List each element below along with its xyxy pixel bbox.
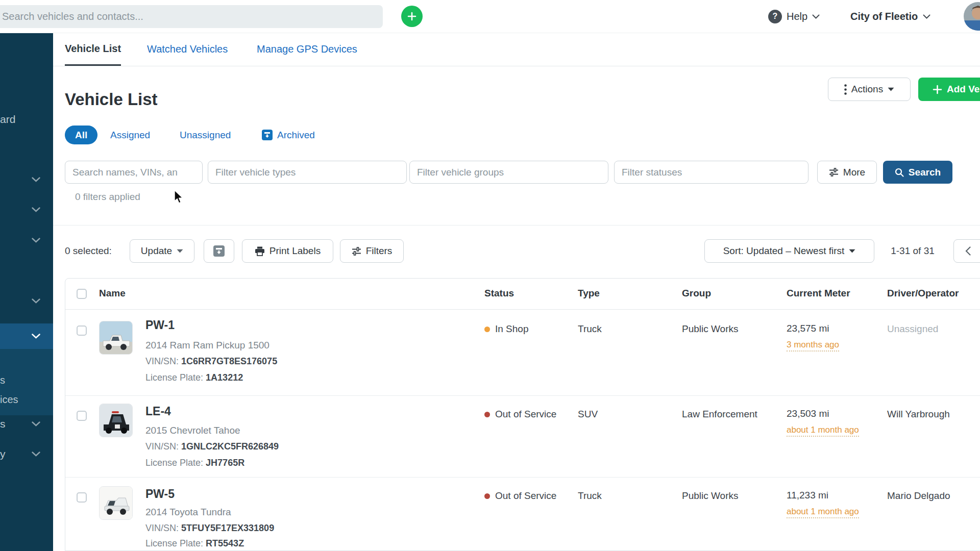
vin-value: 1GNLC2KC5FR626849 — [181, 441, 279, 452]
row-checkbox[interactable] — [77, 325, 87, 336]
table-row[interactable]: PW-1 2014 Ram Ram Pickup 1500 VIN/SN: 1C… — [65, 309, 980, 396]
vehicle-vin: VIN/SN: 1GNLC2KC5FR626849 — [145, 441, 279, 452]
scope-archived[interactable]: Archived — [262, 126, 315, 144]
global-search-input[interactable] — [0, 5, 383, 28]
column-header-type: Type — [578, 288, 600, 299]
main-content: Vehicle List Watched Vehicles Manage GPS… — [53, 33, 980, 551]
filters-applied-text: 0 filters applied — [75, 191, 140, 203]
account-menu[interactable]: City of Fleetio — [850, 0, 930, 33]
filter-vehicle-groups-input[interactable] — [409, 161, 608, 184]
column-header-current-meter: Current Meter — [787, 288, 850, 299]
sidebar-subitem[interactable]: s — [0, 374, 5, 386]
chevron-down-icon[interactable] — [32, 298, 40, 304]
vehicle-thumbnail — [99, 404, 133, 437]
avatar[interactable] — [964, 2, 980, 31]
meter-updated-link[interactable]: about 1 month ago — [787, 425, 859, 437]
sort-label: Sort: Updated – Newest first — [723, 245, 845, 257]
chevron-down-icon — [32, 334, 40, 339]
vehicle-thumbnail — [99, 321, 133, 355]
plus-icon — [933, 85, 942, 94]
scope-unassigned[interactable]: Unassigned — [180, 126, 231, 144]
vehicle-name[interactable]: PW-1 — [145, 318, 175, 332]
vehicle-vin: VIN/SN: 5TFUY5F17EX331809 — [145, 523, 274, 534]
table-header-row: Name Status Type Group Current Meter Dri… — [65, 279, 980, 310]
vehicle-vin: VIN/SN: 1C6RR7GT8ES176075 — [145, 356, 277, 367]
more-filters-button[interactable]: More — [817, 161, 877, 184]
pagination-prev-button[interactable] — [953, 239, 980, 263]
archive-button[interactable] — [204, 239, 234, 263]
scope-assigned[interactable]: Assigned — [110, 126, 150, 144]
column-header-status: Status — [484, 288, 514, 299]
search-label: Search — [909, 167, 941, 178]
avatar-image — [964, 2, 980, 31]
sidebar-item[interactable]: y — [0, 448, 6, 460]
print-labels-label: Print Labels — [270, 245, 321, 257]
print-labels-button[interactable]: Print Labels — [242, 239, 333, 263]
scope-archived-label: Archived — [277, 130, 315, 141]
update-button[interactable]: Update — [130, 239, 194, 263]
filter-search-input[interactable] — [65, 161, 203, 184]
quick-add-button[interactable] — [401, 6, 423, 27]
scope-all[interactable]: All — [65, 126, 97, 144]
chevron-down-icon[interactable] — [32, 452, 40, 457]
sliders-icon — [829, 168, 839, 177]
search-icon — [895, 168, 904, 177]
filter-vehicle-types-input[interactable] — [208, 161, 407, 184]
vehicle-name[interactable]: PW-5 — [145, 487, 175, 501]
tab-bar: Vehicle List Watched Vehicles Manage GPS… — [53, 33, 980, 66]
vehicle-plate: License Plate: 1A13212 — [145, 372, 243, 383]
vehicle-plate: License Plate: RT5543Z — [145, 538, 244, 549]
vehicle-detail: 2014 Toyota Tundra — [145, 507, 231, 518]
meter-updated-link[interactable]: about 1 month ago — [787, 507, 859, 518]
actions-button[interactable]: Actions — [828, 78, 911, 101]
driver-operator: Will Yarbrough — [887, 409, 950, 420]
fleetio-app: ? Help City of Fleetio ard — [0, 0, 980, 551]
driver-operator: Mario Delgado — [887, 490, 950, 502]
add-vehicle-button[interactable]: Add Vehicle — [918, 78, 980, 101]
status-badge: In Shop — [484, 323, 529, 335]
status-badge: Out of Service — [484, 409, 556, 420]
vehicle-detail: 2014 Ram Ram Pickup 1500 — [145, 340, 270, 351]
sidebar-item-vehicles-active[interactable] — [0, 323, 53, 349]
plate-label: License Plate: — [145, 458, 203, 468]
status-dot-icon — [484, 493, 490, 499]
search-button[interactable]: Search — [883, 161, 952, 184]
tab-watched-vehicles[interactable]: Watched Vehicles — [147, 33, 228, 66]
status-dot-icon — [484, 327, 490, 332]
chevron-down-icon[interactable] — [32, 421, 40, 427]
archive-box-icon — [262, 130, 273, 140]
status-label: Out of Service — [495, 409, 556, 420]
chevron-down-icon[interactable] — [32, 207, 40, 212]
status-label: In Shop — [495, 323, 529, 335]
actions-label: Actions — [851, 84, 883, 95]
caret-down-icon — [888, 87, 894, 91]
row-checkbox[interactable] — [77, 492, 87, 503]
driver-operator: Unassigned — [887, 323, 938, 335]
tab-manage-gps-devices[interactable]: Manage GPS Devices — [257, 33, 357, 66]
filters-button[interactable]: Filters — [340, 239, 404, 263]
table-row[interactable]: LE-4 2015 Chevrolet Tahoe VIN/SN: 1GNLC2… — [65, 395, 980, 478]
add-vehicle-label: Add Vehicle — [947, 84, 980, 95]
select-all-checkbox[interactable] — [77, 289, 87, 299]
vehicle-name[interactable]: LE-4 — [145, 405, 171, 418]
more-label: More — [843, 167, 865, 178]
printer-icon — [255, 246, 265, 256]
sidebar-item-dashboard[interactable]: ard — [0, 113, 15, 126]
vehicle-group: Public Works — [682, 490, 739, 502]
tab-vehicle-list[interactable]: Vehicle List — [65, 33, 121, 66]
sidebar-item[interactable]: s — [0, 418, 6, 430]
top-bar: ? Help City of Fleetio — [0, 0, 980, 33]
chevron-down-icon[interactable] — [32, 238, 40, 243]
help-icon: ? — [768, 10, 782, 23]
row-checkbox[interactable] — [77, 411, 87, 421]
status-label: Out of Service — [495, 490, 556, 502]
account-label: City of Fleetio — [850, 11, 918, 22]
filter-statuses-input[interactable] — [614, 161, 808, 184]
table-row[interactable]: PW-5 2014 Toyota Tundra VIN/SN: 5TFUY5F1… — [65, 477, 980, 551]
help-menu[interactable]: ? Help — [768, 0, 820, 33]
selected-count-text: 0 selected: — [65, 245, 112, 257]
sidebar-subitem[interactable]: ices — [0, 394, 18, 406]
sort-button[interactable]: Sort: Updated – Newest first — [704, 239, 874, 263]
meter-updated-link[interactable]: 3 months ago — [787, 340, 839, 352]
chevron-down-icon[interactable] — [32, 177, 40, 182]
